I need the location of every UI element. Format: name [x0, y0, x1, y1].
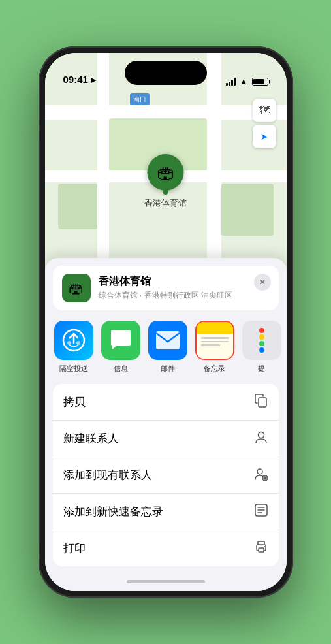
action-new-contact[interactable]: 新建联系人 — [53, 421, 279, 457]
share-item-message[interactable]: 信息 — [101, 321, 140, 374]
map-road-h — [45, 105, 287, 120]
map-label: 南口 — [130, 93, 150, 105]
home-bar — [127, 580, 205, 583]
copy-icon — [254, 393, 268, 411]
message-icon — [101, 321, 140, 360]
map-block-3 — [221, 184, 274, 236]
share-item-mail[interactable]: 邮件 — [148, 321, 187, 374]
dot-green — [259, 341, 264, 346]
quick-note-icon — [254, 503, 268, 521]
map-layers-button[interactable]: 🗺 — [253, 99, 276, 122]
new-contact-icon — [254, 430, 268, 447]
signal-bar-2 — [229, 82, 230, 86]
pin-circle: 🏟 — [148, 154, 184, 191]
signal-bar-4 — [234, 78, 236, 86]
svg-point-6 — [257, 469, 262, 474]
svg-point-1 — [67, 341, 71, 345]
svg-rect-3 — [156, 331, 180, 349]
copy-label: 拷贝 — [63, 394, 86, 410]
airdrop-icon — [54, 321, 93, 360]
phone-frame: 09:41 ▶ ▲ — [39, 46, 293, 598]
map-controls: 🗺 ➤ — [253, 99, 276, 148]
mail-label: 邮件 — [161, 364, 175, 374]
quick-note-label: 添加到新快速备忘录 — [63, 504, 163, 519]
svg-point-11 — [264, 546, 265, 547]
share-row: 隔空投送 信息 — [45, 310, 287, 379]
status-time: 09:41 — [63, 74, 88, 86]
map-location-button[interactable]: ➤ — [253, 125, 276, 148]
map-block-2 — [58, 184, 97, 229]
more-dots — [259, 328, 264, 353]
share-item-notes[interactable]: 备忘录 — [195, 321, 234, 374]
location-icon: ▶ — [91, 76, 96, 84]
svg-rect-10 — [259, 548, 264, 552]
share-item-more[interactable]: 提 — [242, 321, 281, 374]
svg-point-5 — [258, 432, 264, 438]
action-list: 拷贝 新建联系人 — [53, 384, 279, 566]
dot-blue — [259, 347, 264, 353]
pin-icon: 🏟 — [157, 162, 175, 184]
location-card: 🏟 香港体育馆 综合体育馆 · 香港特别行政区 油尖旺区 ✕ — [53, 266, 279, 310]
more-label: 提 — [258, 364, 265, 374]
add-contact-icon — [254, 466, 268, 484]
print-icon — [254, 539, 268, 557]
notes-icon-wrap — [195, 321, 234, 360]
mail-icon — [148, 321, 187, 360]
svg-rect-4 — [259, 398, 266, 407]
print-label: 打印 — [63, 541, 86, 556]
location-info: 香港体育馆 综合体育馆 · 香港特别行政区 油尖旺区 — [99, 275, 270, 301]
action-add-contact[interactable]: 添加到现有联系人 — [53, 457, 279, 494]
location-name: 香港体育馆 — [99, 275, 270, 289]
close-button[interactable]: ✕ — [254, 274, 271, 291]
status-icons: ▲ — [226, 76, 268, 86]
action-print[interactable]: 打印 — [53, 530, 279, 566]
signal-bar-3 — [231, 80, 233, 86]
share-item-airdrop[interactable]: 隔空投送 — [54, 321, 93, 374]
home-indicator — [45, 572, 287, 591]
svg-point-2 — [76, 341, 80, 345]
stadium-pin: 🏟 香港体育馆 — [144, 154, 187, 209]
airdrop-label: 隔空投送 — [59, 364, 88, 374]
dot-red — [259, 328, 264, 333]
phone-screen: 09:41 ▶ ▲ — [45, 53, 287, 591]
signal-bar-1 — [226, 83, 228, 86]
add-contact-label: 添加到现有联系人 — [63, 468, 152, 483]
wifi-icon: ▲ — [240, 76, 248, 86]
pin-label: 香港体育馆 — [144, 197, 187, 209]
battery-fill — [253, 79, 264, 84]
more-icon-wrap — [242, 321, 281, 360]
new-contact-label: 新建联系人 — [63, 431, 119, 446]
notes-label: 备忘录 — [204, 364, 225, 374]
signal-bars — [226, 78, 236, 86]
action-copy[interactable]: 拷贝 — [53, 384, 279, 421]
dynamic-island — [125, 61, 207, 85]
dot-yellow — [259, 334, 264, 340]
location-venue-icon: 🏟 — [62, 274, 91, 302]
battery-icon — [252, 78, 268, 86]
message-label: 信息 — [114, 364, 128, 374]
bottom-sheet: 🏟 香港体育馆 综合体育馆 · 香港特别行政区 油尖旺区 ✕ — [45, 258, 287, 591]
location-subtitle: 综合体育馆 · 香港特别行政区 油尖旺区 — [99, 290, 270, 301]
action-quick-note[interactable]: 添加到新快速备忘录 — [53, 494, 279, 530]
